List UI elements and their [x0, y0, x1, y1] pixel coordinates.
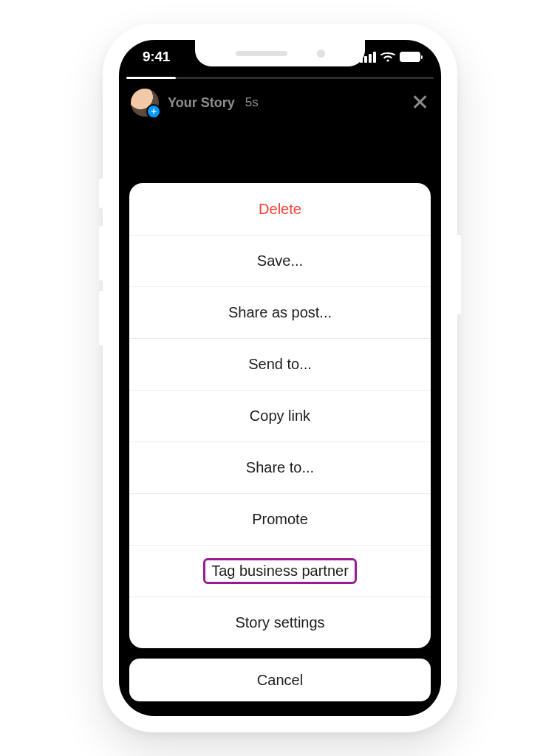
story-progress-fill: [126, 77, 176, 79]
mute-switch: [99, 179, 103, 208]
share-to-label: Share to...: [246, 459, 314, 476]
tag-business-partner-button[interactable]: Tag business partner: [129, 545, 431, 597]
action-sheet-container: Delete Save... Share as post... Send to.…: [129, 183, 431, 701]
story-progress-track: [126, 77, 434, 79]
story-settings-button[interactable]: Story settings: [129, 597, 431, 648]
share-to-button[interactable]: Share to...: [129, 441, 431, 493]
device-notch: [195, 40, 365, 66]
annotation-highlight-box: Tag business partner: [203, 558, 357, 584]
copy-link-button[interactable]: Copy link: [129, 390, 431, 441]
save-button[interactable]: Save...: [129, 235, 431, 286]
speaker-grille: [236, 51, 287, 56]
cancel-button[interactable]: Cancel: [129, 659, 431, 701]
phone-frame: 9:41 Your Story 5s ✕ Highlight More: [103, 24, 457, 732]
status-icons: [360, 52, 420, 63]
save-label: Save...: [257, 252, 303, 269]
volume-up-button: [99, 226, 103, 281]
promote-button[interactable]: Promote: [129, 493, 431, 545]
avatar[interactable]: [131, 89, 159, 117]
power-button: [457, 235, 461, 315]
story-settings-label: Story settings: [235, 614, 324, 631]
front-camera: [317, 49, 325, 58]
share-as-post-button[interactable]: Share as post...: [129, 286, 431, 338]
copy-link-label: Copy link: [250, 408, 310, 425]
story-elapsed: 5s: [245, 95, 259, 110]
status-time: 9:41: [143, 49, 170, 65]
close-icon[interactable]: ✕: [411, 92, 429, 114]
story-title: Your Story: [168, 95, 235, 111]
delete-button[interactable]: Delete: [129, 183, 431, 235]
battery-icon: [400, 52, 420, 62]
cancel-label: Cancel: [257, 672, 303, 689]
send-to-label: Send to...: [248, 356, 312, 373]
volume-down-button: [99, 291, 103, 346]
phone-screen: 9:41 Your Story 5s ✕ Highlight More: [119, 40, 441, 716]
share-as-post-label: Share as post...: [228, 304, 332, 321]
delete-label: Delete: [259, 201, 301, 218]
story-header: Your Story 5s ✕: [119, 86, 441, 120]
action-sheet: Delete Save... Share as post... Send to.…: [129, 183, 431, 648]
wifi-icon: [380, 52, 395, 62]
promote-label: Promote: [252, 511, 308, 528]
tag-business-partner-label: Tag business partner: [211, 563, 349, 579]
send-to-button[interactable]: Send to...: [129, 338, 431, 390]
